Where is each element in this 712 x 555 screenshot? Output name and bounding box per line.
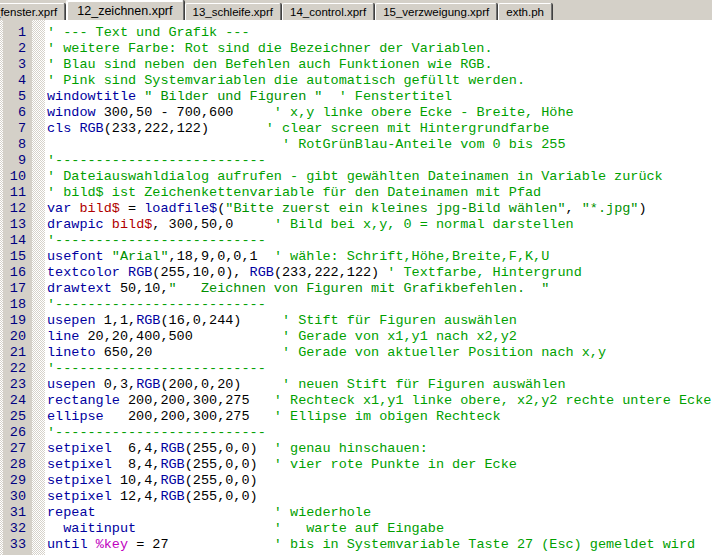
code-text: usepen 0,3,RGB(200,0,20) ' neuen Stift f… (45, 377, 566, 393)
code-line: 31repeat ' wiederhole (0, 505, 712, 521)
code-line: 5windowtitle " Bilder und Figuren " ' Fe… (0, 89, 712, 105)
gutter-gap (32, 169, 45, 185)
gutter-gap (32, 409, 45, 425)
gutter-gap (32, 537, 45, 553)
line-number: 2 (0, 41, 32, 57)
code-text: windowtitle " Bilder und Figuren " ' Fen… (45, 89, 452, 105)
line-number: 17 (0, 281, 32, 297)
tab-13-schleife-xprf[interactable]: 13_schleife.xprf (185, 3, 282, 20)
gutter-gap (32, 441, 45, 457)
line-number: 6 (0, 105, 32, 121)
gutter-gap (32, 457, 45, 473)
line-number: 32 (0, 521, 32, 537)
code-text: usepen 1,1,RGB(16,0,244) ' Stift für Fig… (45, 313, 517, 329)
gutter-gap (32, 281, 45, 297)
code-text: setpixel 8,4,RGB(255,0,0) ' vier rote Pu… (45, 457, 517, 473)
code-text: '-------------------------- (45, 153, 266, 169)
code-text: ' --- Text und Grafik --- (45, 25, 250, 41)
code-line: 29setpixel 10,4,RGB(255,0,0) (0, 473, 712, 489)
tab-label: 13_schleife.xprf (193, 6, 274, 18)
code-text: setpixel 10,4,RGB(255,0,0) (45, 473, 258, 489)
code-lines: 1' --- Text und Grafik ---2' weitere Far… (0, 20, 712, 553)
gutter-gap (32, 377, 45, 393)
gutter-gap (32, 25, 45, 41)
gutter-gap (32, 425, 45, 441)
code-line: 22'-------------------------- (0, 361, 712, 377)
tab-label: 14_control.xprf (290, 6, 366, 18)
code-text: usefont "Arial",18,9,0,0,1 ' wähle: Schr… (45, 249, 549, 265)
line-number: 14 (0, 233, 32, 249)
line-number: 11 (0, 185, 32, 201)
code-text: ' weitere Farbe: Rot sind die Bezeichner… (45, 41, 493, 57)
code-text: setpixel 6,4,RGB(255,0,0) ' genau hinsch… (45, 441, 428, 457)
code-text: drawtext 50,10," Zeichnen von Figuren mi… (45, 281, 549, 297)
code-line: 8 ' RotGrünBlau-Anteile vom 0 bis 255 (0, 137, 712, 153)
line-number: 15 (0, 249, 32, 265)
tab-fenster-xprf[interactable]: _fenster.xprf (0, 3, 65, 20)
tab-14-control-xprf[interactable]: 14_control.xprf (282, 3, 374, 20)
line-number: 8 (0, 137, 32, 153)
gutter-gap (32, 105, 45, 121)
gutter-gap (32, 473, 45, 489)
code-text: ' Blau sind neben den Befehlen auch Funk… (45, 57, 493, 73)
code-line: 33until %key = 27 ' bis in Systemvariabl… (0, 537, 712, 553)
code-line: 18'-------------------------- (0, 297, 712, 313)
line-number: 26 (0, 425, 32, 441)
line-number: 23 (0, 377, 32, 393)
line-number: 4 (0, 73, 32, 89)
code-text: '-------------------------- (45, 297, 266, 313)
line-number: 25 (0, 409, 32, 425)
code-text: '-------------------------- (45, 233, 266, 249)
gutter-gap (32, 121, 45, 137)
code-text: ' Pink sind Systemvariablen die automati… (45, 73, 525, 89)
tab-label: 12_zeichnen.xprf (77, 4, 172, 18)
line-number: 7 (0, 121, 32, 137)
gutter-gap (32, 249, 45, 265)
code-text: until %key = 27 ' bis in Systemvariable … (45, 537, 695, 553)
code-text: waitinput ' warte auf Eingabe (45, 521, 444, 537)
gutter-gap (32, 89, 45, 105)
code-line: 4' Pink sind Systemvariablen die automat… (0, 73, 712, 89)
code-line: 12var bild$ = loadfile$("Bitte zuerst ei… (0, 201, 712, 217)
line-number: 9 (0, 153, 32, 169)
tab-bar: _fenster.xprf12_zeichnen.xprf13_schleife… (0, 0, 712, 20)
code-text: ' bild$ ist Zeichenkettenvariable für de… (45, 185, 541, 201)
code-line: 24rectangle 200,200,300,275 ' Rechteck x… (0, 393, 712, 409)
tab-exth-ph[interactable]: exth.ph (498, 3, 552, 20)
code-editor[interactable]: 1' --- Text und Grafik ---2' weitere Far… (0, 20, 712, 555)
code-text: repeat ' wiederhole (45, 505, 371, 521)
tab-12-zeichnen-xprf[interactable]: 12_zeichnen.xprf (66, 0, 183, 20)
code-line: 28setpixel 8,4,RGB(255,0,0) ' vier rote … (0, 457, 712, 473)
code-line: 1' --- Text und Grafik --- (0, 25, 712, 41)
gutter-gap (32, 345, 45, 361)
code-line: 23usepen 0,3,RGB(200,0,20) ' neuen Stift… (0, 377, 712, 393)
left-edge-divider (0, 20, 3, 555)
tab-15-verzweigung-xprf[interactable]: 15_verzweigung.xprf (375, 3, 497, 20)
code-text: rectangle 200,200,300,275 ' Rechteck x1,… (45, 393, 711, 409)
code-line: 16textcolor RGB(255,10,0), RGB(233,222,1… (0, 265, 712, 281)
gutter-gap (32, 201, 45, 217)
line-number: 3 (0, 57, 32, 73)
code-line: 26'-------------------------- (0, 425, 712, 441)
code-line: 11' bild$ ist Zeichenkettenvariable für … (0, 185, 712, 201)
line-number: 21 (0, 345, 32, 361)
code-text: ' RotGrünBlau-Anteile vom 0 bis 255 (45, 137, 566, 153)
gutter-gap (32, 297, 45, 313)
line-number: 30 (0, 489, 32, 505)
code-text: drawpic bild$, 300,50,0 ' Bild bei x,y, … (45, 217, 574, 233)
gutter-gap (32, 57, 45, 73)
gutter-gap (32, 73, 45, 89)
editor-window: _fenster.xprf12_zeichnen.xprf13_schleife… (0, 0, 712, 555)
line-number: 24 (0, 393, 32, 409)
code-line: 32 waitinput ' warte auf Eingabe (0, 521, 712, 537)
code-text: ellipse 200,200,300,275 ' Ellipse im obi… (45, 409, 501, 425)
line-number: 27 (0, 441, 32, 457)
code-line: 19usepen 1,1,RGB(16,0,244) ' Stift für F… (0, 313, 712, 329)
gutter-gap (32, 505, 45, 521)
line-number: 20 (0, 329, 32, 345)
gutter-gap (32, 313, 45, 329)
code-text: textcolor RGB(255,10,0), RGB(233,222,122… (45, 265, 582, 281)
line-number: 19 (0, 313, 32, 329)
line-number: 5 (0, 89, 32, 105)
code-text: '-------------------------- (45, 361, 266, 377)
